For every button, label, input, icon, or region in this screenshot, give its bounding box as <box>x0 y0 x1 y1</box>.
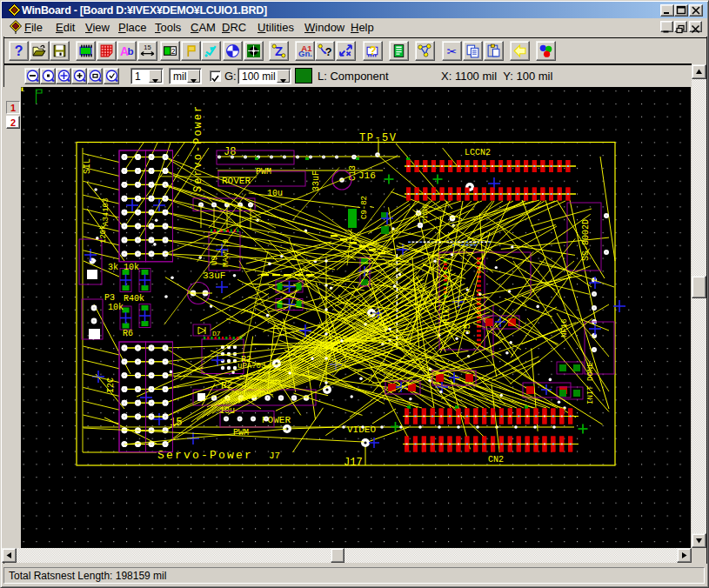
svg-text:J7: J7 <box>269 451 280 461</box>
svg-text:Servo-Power: Servo-Power <box>157 449 253 462</box>
svg-text:b: b <box>128 45 134 57</box>
svg-text:?: ? <box>369 43 376 57</box>
svg-text:PWM: PWM <box>256 167 271 177</box>
svg-text:C9-82: C9-82 <box>360 196 369 219</box>
svg-text:33uF: 33uF <box>311 170 321 191</box>
svg-text:D7: D7 <box>212 330 221 337</box>
svg-text:R6: R6 <box>123 329 133 338</box>
svg-text:3k 10k: 3k 10k <box>108 263 139 272</box>
svg-text:P3: P3 <box>104 293 115 303</box>
svg-text:Gn..: Gn.. <box>298 49 312 58</box>
svg-text:✂: ✂ <box>447 44 458 58</box>
svg-text:?: ? <box>15 43 23 58</box>
svg-text:MAx1.9: MAx1.9 <box>222 239 231 267</box>
svg-text:SS-8002D: SS-8002D <box>581 219 591 261</box>
svg-text:CN2: CN2 <box>488 455 504 464</box>
svg-text:33uF: 33uF <box>203 271 225 281</box>
svg-text:C13: C13 <box>348 165 358 181</box>
svg-text:LCCN2: LCCN2 <box>465 148 491 157</box>
svg-text:J16: J16 <box>358 170 376 181</box>
svg-text:2: 2 <box>171 47 175 56</box>
svg-text:R40k: R40k <box>124 294 144 304</box>
svg-text:A34103: A34103 <box>102 198 110 226</box>
svg-text:SIL: SIL <box>83 158 92 174</box>
svg-text:TP-5V: TP-5V <box>359 132 398 144</box>
svg-text:J8: J8 <box>224 146 236 158</box>
svg-text:?: ? <box>325 45 332 58</box>
svg-text:10k: 10k <box>108 303 124 312</box>
svg-text:Servo-Power: Servo-Power <box>192 104 204 192</box>
svg-text:J17: J17 <box>344 457 363 469</box>
svg-text:15: 15 <box>144 43 150 51</box>
svg-text:10u: 10u <box>267 189 283 198</box>
